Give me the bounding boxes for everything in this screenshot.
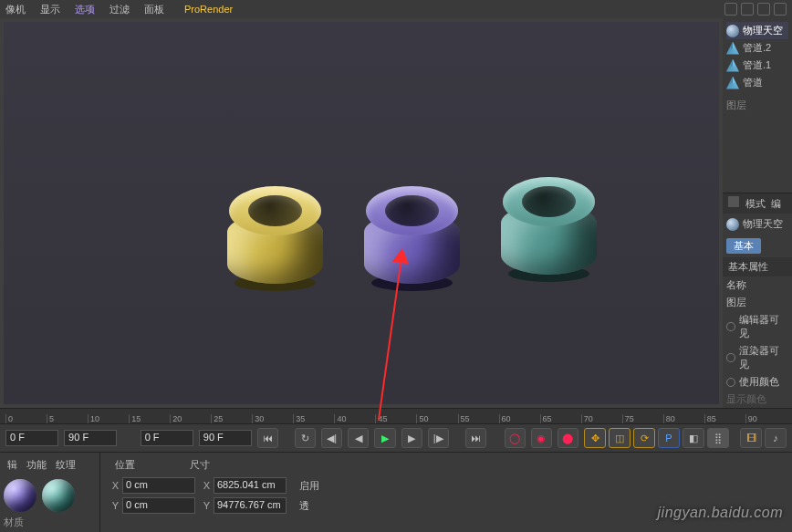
param-tool-icon[interactable]: P [658,428,680,448]
menu-filter[interactable]: 过滤 [109,3,130,16]
frame-range-input[interactable]: 90 F [199,430,252,446]
radio-label: 编辑器可见 [739,313,788,340]
material-panel: 辑 功能 纹理 材质 [0,453,100,532]
viewport-canvas [4,22,719,404]
vp-config-icon[interactable] [724,3,737,16]
frame-current-input[interactable]: 0 F [141,430,193,446]
tick: 30 [252,414,293,423]
tick: 10 [88,414,129,423]
mat-tab-edit[interactable]: 辑 [7,458,17,472]
tick: 5 [47,414,88,423]
material-preview-teal[interactable] [42,479,75,512]
tick: 55 [458,414,499,423]
object-label: 管道.2 [743,41,771,55]
record-key-button[interactable]: ◯ [505,428,526,448]
axis-label: X [199,480,210,491]
object-yellow-tube[interactable] [227,186,323,291]
object-label: 管道.1 [743,58,771,72]
next-frame-button[interactable]: ▶ [401,428,422,448]
pos-x-input[interactable]: 0 cm [122,477,195,494]
radio-render-visible[interactable]: 渲染器可见 [723,342,792,373]
pla-tool-icon[interactable]: ◧ [683,428,704,448]
play-button[interactable]: ▶ [374,428,395,448]
tick: 15 [129,414,170,423]
key-selection-button[interactable]: ⬤ [558,428,578,448]
size-x-input[interactable]: 6825.041 cm [214,477,287,494]
goto-start-button[interactable]: ⏮ [257,428,278,448]
vp-layout-icon[interactable] [757,3,770,16]
tick: 75 [622,414,663,423]
film-icon[interactable]: 🎞 [740,428,762,448]
rotate-tool-icon[interactable]: ⟳ [633,428,655,448]
autokey-button[interactable]: ◉ [531,428,552,448]
edit-menu[interactable]: 编 [771,198,781,209]
enable-label[interactable]: 启用 [299,479,319,493]
radio-use-color[interactable]: 使用颜色 [723,373,792,391]
name-label: 名称 [726,278,746,292]
menu-camera[interactable]: 像机 [5,3,26,16]
timeline-ruler[interactable]: 0 5 10 15 20 25 30 35 40 45 50 55 60 65 … [0,408,792,424]
loop-button[interactable]: ↻ [295,428,316,448]
tick: 35 [293,414,334,423]
size-y-input[interactable]: 94776.767 cm [214,497,287,514]
tick: 0 [5,414,47,423]
vp-close-icon[interactable] [774,3,787,16]
radio-editor-visible[interactable]: 编辑器可见 [723,311,792,342]
frame-end-input[interactable]: 90 F [64,430,117,446]
goto-end-button[interactable]: ⏭ [465,428,486,448]
object-label: 管道 [743,76,763,89]
object-item-tube[interactable]: 管道 [726,74,788,91]
menu-display[interactable]: 显示 [40,3,60,16]
menu-prorender[interactable]: ProRender [184,4,233,15]
mode-menu[interactable]: 模式 [745,198,766,209]
mat-tab-tex[interactable]: 纹理 [56,458,76,472]
radio-label: 渲染器可见 [739,344,788,371]
tube-icon [726,59,739,72]
tick: 85 [704,414,745,423]
attr-layer-row: 图层 [723,294,792,311]
scale-tool-icon[interactable]: ◫ [609,428,630,448]
tick: 65 [540,414,581,423]
menu-options[interactable]: 选项 [75,3,95,16]
globe-icon [726,218,739,231]
attr-mode-header: 模式 编 [723,193,792,214]
radio-show-color: 显示颜色 [723,391,792,408]
object-list[interactable]: 物理天空 管道.2 管道.1 管道 图层 [723,18,792,193]
menu-panel[interactable]: 面板 [144,3,164,16]
col-position: 位置 [115,458,135,472]
coord-row-y: Y 0 cm Y 94776.767 cm 透 [108,497,785,514]
object-item-tube-2[interactable]: 管道.2 [726,39,788,57]
next-key-button[interactable]: |▶ [428,428,449,448]
vp-maximize-icon[interactable] [741,3,754,16]
tick: 70 [581,414,622,423]
object-item-tube-1[interactable]: 管道.1 [726,57,788,74]
pos-y-input[interactable]: 0 cm [122,497,195,514]
object-item-physical-sky[interactable]: 物理天空 [726,22,788,39]
main-area: 物理天空 管道.2 管道.1 管道 图层 模式 编 [0,18,792,408]
attr-name-row: 名称 [723,276,792,294]
mat-tab-func[interactable]: 功能 [26,458,47,472]
viewport-corner-icons [724,3,787,16]
tick: 40 [334,414,375,423]
tube-icon [726,42,739,55]
transport-bar: 0 F 90 F 0 F 90 F ⏮ ↻ ◀| ◀ ▶ ▶ |▶ ⏭ ◯ ◉ … [0,424,792,452]
tick: 20 [170,414,211,423]
prev-frame-button[interactable]: ◀ [348,428,369,448]
object-manager: 物理天空 管道.2 管道.1 管道 图层 模式 编 [723,18,792,408]
section-basic: 基本属性 [723,257,792,276]
globe-icon [726,25,739,37]
trans-label[interactable]: 透 [299,499,309,513]
tick: 45 [375,414,416,423]
tab-basic[interactable]: 基本 [726,238,761,254]
material-preview-purple[interactable] [4,479,36,512]
sound-icon[interactable]: ♪ [765,428,787,448]
prev-key-button[interactable]: ◀| [321,428,342,448]
object-purple-tube[interactable] [364,186,460,291]
viewport[interactable] [4,22,719,404]
layer-header[interactable]: 图层 [726,97,788,114]
frame-start-input[interactable]: 0 F [5,430,58,446]
viewport-menubar: 像机 显示 选项 过滤 面板 ProRender [0,0,792,18]
anim-marker-icon[interactable]: ⣿ [707,428,729,448]
object-teal-tube[interactable] [501,177,597,282]
move-tool-icon[interactable]: ✥ [584,428,606,448]
